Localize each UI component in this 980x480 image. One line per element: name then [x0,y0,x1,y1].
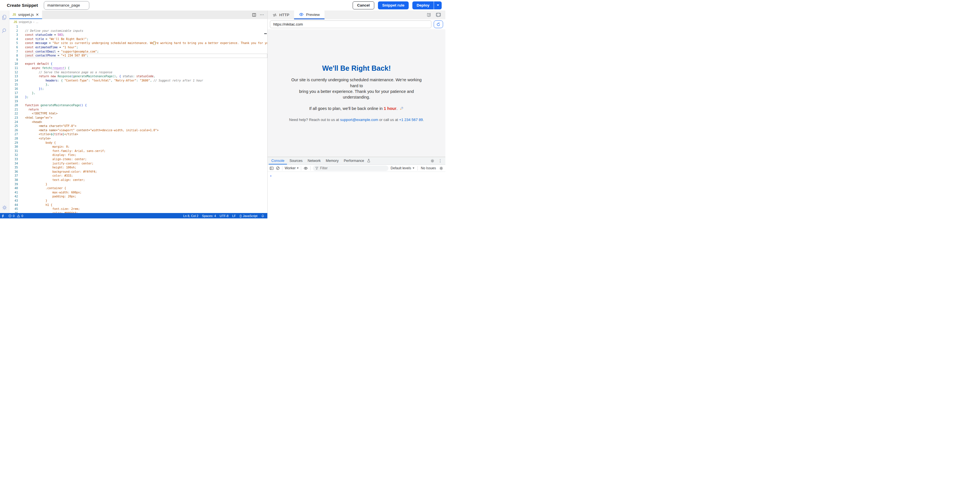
eol-setting[interactable]: LF [232,214,236,217]
code-line[interactable]: 9 [10,58,267,62]
code-line[interactable]: 46 color: #0056b3; [10,211,267,213]
code-line[interactable]: 14 headers: { "Content-Type": "text/html… [10,79,267,83]
code-line[interactable]: 15 }, [10,82,267,87]
devtools-kebab-menu-icon[interactable]: ⋮ [438,158,442,163]
console-filter[interactable] [313,166,388,171]
code-line[interactable]: 19 [10,100,267,104]
refresh-button[interactable] [434,21,443,28]
close-tab-icon[interactable]: ✕ [36,13,39,16]
code-line[interactable]: 13 return new Response(generateMaintenan… [10,74,267,79]
code-line[interactable]: 44 h1 { [10,203,267,208]
line-number: 3 [10,33,18,37]
code-line[interactable]: 23<html lang="en"> [10,116,267,120]
more-actions-icon[interactable]: ⋯ [259,12,264,17]
clear-console-icon[interactable] [276,166,280,170]
code-line[interactable]: 38 text-align: center; [10,178,267,182]
snippet-name-input[interactable] [44,1,89,10]
console-settings-gear-icon[interactable] [439,166,443,170]
log-levels-selector[interactable]: Default levels [391,166,414,170]
code-line[interactable]: 20function generateMaintenancePage() { [10,103,267,108]
code-line[interactable]: 35 height: 100vh; [10,166,267,170]
code-line[interactable]: 4const title = "We'll Be Right Back!"; [10,37,267,41]
scrollbar-marker[interactable] [264,33,267,34]
code-line[interactable]: 11 async fetch(request) { [10,66,267,70]
code-line[interactable]: 16 }); [10,87,267,91]
notifications-bell-icon[interactable] [261,214,264,217]
files-icon[interactable] [2,14,8,21]
devtools-tab-sources[interactable]: Sources [287,157,305,165]
indentation-setting[interactable]: Spaces: 4 [202,214,216,217]
code-line[interactable]: 22 <!DOCTYPE html> [10,112,267,116]
code-line[interactable]: 25 <meta charset="UTF-8"> [10,124,267,128]
phone-link[interactable]: +1 234 567 89 [399,117,423,122]
code-line[interactable]: 3const statusCode = 503; [10,33,267,37]
code-line[interactable]: 33 align-items: center; [10,157,267,162]
experiments-flask-icon[interactable] [367,157,371,165]
breadcrumb-file[interactable]: snippet.js [19,20,32,24]
docs-book-icon[interactable] [426,13,431,17]
code-line[interactable]: 26 <meta name="viewport" content="width=… [10,128,267,133]
code-line[interactable]: 2// Define your customizable inputs [10,29,267,33]
code-line[interactable]: 45 font-size: 2rem; [10,207,267,211]
code-line[interactable]: 21 return ` [10,108,267,112]
issues-counter[interactable]: No Issues [421,166,436,170]
code-line[interactable]: 1 [10,25,267,29]
url-input[interactable] [270,21,431,28]
code-line[interactable]: 30 margin: 0; [10,145,267,149]
snippet-rule-button[interactable]: Snippet rule [378,2,409,10]
code-line[interactable]: 29 body { [10,141,267,145]
code-line[interactable]: 40 .container { [10,186,267,190]
devtools-settings-gear-icon[interactable] [430,159,434,163]
code-line[interactable]: 24 <head> [10,120,267,124]
console-output[interactable]: › [267,172,445,219]
code-line[interactable]: 7const contactEmail = "support@example.c… [10,50,267,54]
tab-snippet-js[interactable]: JS snippet.js ✕ [10,11,42,19]
split-editor-icon[interactable] [252,13,256,17]
code-line[interactable]: 12 // Serve the maintenance page as a re… [10,70,267,75]
code-line[interactable]: 37 color: #333; [10,174,267,178]
code-line[interactable]: 5const message = "Our site is currently … [10,41,267,46]
support-email-link[interactable]: support@example.com [340,117,378,122]
discord-icon[interactable] [436,13,441,17]
tab-http[interactable]: HTTP [267,11,294,19]
code-line[interactable]: 31 font-family: Arial, sans-serif; [10,149,267,154]
devtools-tab-performance[interactable]: Performance [341,157,367,165]
language-mode[interactable]: {} JavaScript [239,214,258,217]
tab-preview[interactable]: Preview [294,11,325,19]
code-line[interactable]: 28 <style> [10,136,267,141]
deploy-dropdown-button[interactable] [434,2,442,10]
remote-indicator-icon[interactable] [2,214,5,217]
devtools-tab-bar: ConsoleSourcesNetworkMemoryPerformance [267,157,445,165]
devtools-tab-memory[interactable]: Memory [323,157,341,165]
context-selector[interactable]: Worker [285,166,299,170]
code-editor[interactable]: 12// Define your customizable inputs3con… [10,25,267,213]
code-line[interactable]: 8const contactPhone = "+1 234 567 89"; [10,54,267,58]
settings-gear-icon[interactable] [2,205,7,211]
code-line[interactable]: 17 }, [10,91,267,95]
code-line[interactable]: 10export default { [10,62,267,66]
code-line[interactable]: 39 } [10,182,267,187]
problems-indicator[interactable]: 0 0 [8,214,23,217]
deploy-button[interactable]: Deploy [412,2,434,10]
code-line[interactable]: 36 background-color: #f4f4f4; [10,170,267,174]
devtools-tab-console[interactable]: Console [269,157,287,165]
code-line[interactable]: 27 <title>${title}</title> [10,132,267,136]
code-line[interactable]: 43 } [10,199,267,203]
code-line[interactable]: 41 max-width: 600px; [10,190,267,195]
code-line[interactable]: 42 padding: 20px; [10,195,267,199]
code-line[interactable]: 32 display: flex; [10,153,267,157]
cursor-position[interactable]: Ln 8, Col 2 [183,214,198,217]
cancel-button[interactable]: Cancel [353,2,374,10]
search-icon[interactable] [2,27,8,34]
encoding-setting[interactable]: UTF-8 [220,214,228,217]
code-line[interactable]: 18}; [10,95,267,100]
breadcrumb-more[interactable]: ... [36,20,38,24]
code-line[interactable]: 6const estimatedTime = "1 hour"; [10,46,267,50]
live-expression-eye-icon[interactable] [304,166,308,170]
console-sidebar-icon[interactable] [270,166,274,170]
filter-input[interactable] [320,166,386,170]
console-prompt[interactable]: › [270,174,271,178]
code-line[interactable]: 34 justify-content: center; [10,162,267,166]
devtools-tab-network[interactable]: Network [305,157,323,165]
breadcrumb[interactable]: JS snippet.js › ... [10,19,267,25]
